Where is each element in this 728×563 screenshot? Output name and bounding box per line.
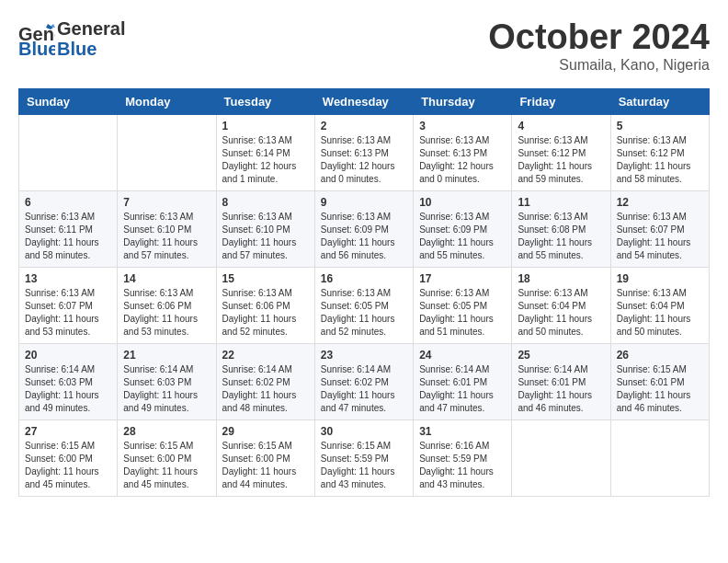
day-number: 18 (518, 272, 604, 285)
calendar-cell: 10Sunrise: 6:13 AM Sunset: 6:09 PM Dayli… (414, 190, 512, 267)
calendar-cell: 1Sunrise: 6:13 AM Sunset: 6:14 PM Daylig… (216, 114, 314, 190)
day-info: Sunrise: 6:13 AM Sunset: 6:12 PM Dayligh… (518, 134, 604, 186)
calendar-cell: 28Sunrise: 6:15 AM Sunset: 6:00 PM Dayli… (118, 419, 216, 496)
day-number: 14 (123, 272, 210, 285)
day-number: 25 (518, 349, 604, 362)
calendar-cell: 19Sunrise: 6:13 AM Sunset: 6:04 PM Dayli… (610, 267, 709, 343)
calendar-cell: 5Sunrise: 6:13 AM Sunset: 6:12 PM Daylig… (610, 114, 709, 190)
calendar-cell: 27Sunrise: 6:15 AM Sunset: 6:00 PM Dayli… (19, 419, 118, 496)
logo-blue: Blue (57, 39, 125, 59)
weekday-header-thursday: Thursday (414, 88, 512, 114)
calendar-cell (19, 114, 118, 190)
day-info: Sunrise: 6:13 AM Sunset: 6:10 PM Dayligh… (123, 211, 210, 262)
day-number: 6 (25, 196, 111, 209)
page-header: General Blue General Blue October 2024 S… (18, 18, 710, 74)
logo-text-block: General Blue (57, 18, 125, 59)
calendar-cell: 3Sunrise: 6:13 AM Sunset: 6:13 PM Daylig… (414, 114, 512, 190)
calendar-cell: 9Sunrise: 6:13 AM Sunset: 6:09 PM Daylig… (314, 190, 413, 267)
day-number: 4 (518, 120, 604, 132)
week-row-2: 6Sunrise: 6:13 AM Sunset: 6:11 PM Daylig… (19, 190, 710, 267)
day-info: Sunrise: 6:15 AM Sunset: 5:59 PM Dayligh… (321, 440, 407, 491)
calendar-cell: 17Sunrise: 6:13 AM Sunset: 6:05 PM Dayli… (414, 267, 512, 343)
weekday-header-friday: Friday (512, 88, 610, 114)
day-number: 8 (222, 196, 309, 209)
calendar-cell: 23Sunrise: 6:14 AM Sunset: 6:02 PM Dayli… (314, 343, 413, 419)
calendar-cell: 18Sunrise: 6:13 AM Sunset: 6:04 PM Dayli… (512, 267, 610, 343)
day-info: Sunrise: 6:13 AM Sunset: 6:11 PM Dayligh… (25, 211, 111, 262)
day-info: Sunrise: 6:13 AM Sunset: 6:08 PM Dayligh… (518, 211, 604, 262)
day-info: Sunrise: 6:15 AM Sunset: 6:00 PM Dayligh… (25, 440, 111, 491)
svg-text:Blue: Blue (18, 39, 55, 57)
day-info: Sunrise: 6:14 AM Sunset: 6:02 PM Dayligh… (222, 363, 309, 415)
day-number: 17 (419, 272, 506, 285)
day-info: Sunrise: 6:13 AM Sunset: 6:07 PM Dayligh… (25, 287, 111, 339)
day-number: 22 (222, 349, 309, 362)
calendar-cell (610, 419, 709, 496)
day-info: Sunrise: 6:13 AM Sunset: 6:13 PM Dayligh… (419, 134, 506, 186)
day-number: 7 (123, 196, 210, 209)
day-info: Sunrise: 6:13 AM Sunset: 6:04 PM Dayligh… (617, 287, 703, 339)
calendar-cell: 15Sunrise: 6:13 AM Sunset: 6:06 PM Dayli… (216, 267, 314, 343)
calendar-cell: 31Sunrise: 6:16 AM Sunset: 5:59 PM Dayli… (414, 419, 512, 496)
calendar-cell: 11Sunrise: 6:13 AM Sunset: 6:08 PM Dayli… (512, 190, 610, 267)
week-row-3: 13Sunrise: 6:13 AM Sunset: 6:07 PM Dayli… (19, 267, 710, 343)
day-info: Sunrise: 6:14 AM Sunset: 6:01 PM Dayligh… (518, 363, 604, 415)
day-info: Sunrise: 6:13 AM Sunset: 6:09 PM Dayligh… (419, 211, 506, 262)
day-number: 23 (321, 349, 407, 362)
day-info: Sunrise: 6:13 AM Sunset: 6:13 PM Dayligh… (321, 134, 407, 186)
day-number: 21 (123, 349, 210, 362)
day-info: Sunrise: 6:13 AM Sunset: 6:07 PM Dayligh… (617, 211, 703, 262)
day-info: Sunrise: 6:14 AM Sunset: 6:03 PM Dayligh… (123, 363, 210, 415)
day-info: Sunrise: 6:15 AM Sunset: 6:00 PM Dayligh… (222, 440, 309, 491)
day-number: 28 (123, 425, 210, 438)
calendar-cell (118, 114, 216, 190)
calendar-cell: 26Sunrise: 6:15 AM Sunset: 6:01 PM Dayli… (610, 343, 709, 419)
day-info: Sunrise: 6:14 AM Sunset: 6:03 PM Dayligh… (25, 363, 111, 415)
calendar-cell: 4Sunrise: 6:13 AM Sunset: 6:12 PM Daylig… (512, 114, 610, 190)
day-info: Sunrise: 6:13 AM Sunset: 6:10 PM Dayligh… (222, 211, 309, 262)
day-number: 26 (617, 349, 703, 362)
calendar-cell: 14Sunrise: 6:13 AM Sunset: 6:06 PM Dayli… (118, 267, 216, 343)
day-number: 3 (419, 120, 506, 132)
calendar-cell: 7Sunrise: 6:13 AM Sunset: 6:10 PM Daylig… (118, 190, 216, 267)
month-title: October 2024 (488, 18, 710, 57)
weekday-header-saturday: Saturday (610, 88, 709, 114)
day-number: 5 (617, 120, 703, 132)
calendar-cell: 30Sunrise: 6:15 AM Sunset: 5:59 PM Dayli… (314, 419, 413, 496)
weekday-header-wednesday: Wednesday (314, 88, 413, 114)
day-info: Sunrise: 6:13 AM Sunset: 6:05 PM Dayligh… (419, 287, 506, 339)
day-number: 10 (419, 196, 506, 209)
calendar-cell: 20Sunrise: 6:14 AM Sunset: 6:03 PM Dayli… (19, 343, 118, 419)
location: Sumaila, Kano, Nigeria (488, 57, 710, 74)
day-number: 1 (222, 120, 309, 132)
calendar-cell: 16Sunrise: 6:13 AM Sunset: 6:05 PM Dayli… (314, 267, 413, 343)
calendar-cell: 22Sunrise: 6:14 AM Sunset: 6:02 PM Dayli… (216, 343, 314, 419)
week-row-1: 1Sunrise: 6:13 AM Sunset: 6:14 PM Daylig… (19, 114, 710, 190)
calendar-cell: 2Sunrise: 6:13 AM Sunset: 6:13 PM Daylig… (314, 114, 413, 190)
calendar-cell: 25Sunrise: 6:14 AM Sunset: 6:01 PM Dayli… (512, 343, 610, 419)
day-number: 24 (419, 349, 506, 362)
day-number: 11 (518, 196, 604, 209)
day-number: 16 (321, 272, 407, 285)
day-info: Sunrise: 6:13 AM Sunset: 6:06 PM Dayligh… (123, 287, 210, 339)
day-number: 15 (222, 272, 309, 285)
day-info: Sunrise: 6:14 AM Sunset: 6:02 PM Dayligh… (321, 363, 407, 415)
day-info: Sunrise: 6:13 AM Sunset: 6:12 PM Dayligh… (617, 134, 703, 186)
day-number: 29 (222, 425, 309, 438)
day-info: Sunrise: 6:13 AM Sunset: 6:04 PM Dayligh… (518, 287, 604, 339)
day-number: 27 (25, 425, 111, 438)
day-number: 31 (419, 425, 506, 438)
title-block: October 2024 Sumaila, Kano, Nigeria (488, 18, 710, 74)
logo-general: General (57, 18, 125, 39)
day-number: 19 (617, 272, 703, 285)
weekday-header-tuesday: Tuesday (216, 88, 314, 114)
logo-icon: General Blue (18, 20, 55, 57)
day-info: Sunrise: 6:13 AM Sunset: 6:09 PM Dayligh… (321, 211, 407, 262)
week-row-5: 27Sunrise: 6:15 AM Sunset: 6:00 PM Dayli… (19, 419, 710, 496)
calendar-cell: 6Sunrise: 6:13 AM Sunset: 6:11 PM Daylig… (19, 190, 118, 267)
day-number: 13 (25, 272, 111, 285)
weekday-header-row: SundayMondayTuesdayWednesdayThursdayFrid… (19, 88, 710, 114)
day-number: 30 (321, 425, 407, 438)
day-info: Sunrise: 6:14 AM Sunset: 6:01 PM Dayligh… (419, 363, 506, 415)
calendar-cell: 21Sunrise: 6:14 AM Sunset: 6:03 PM Dayli… (118, 343, 216, 419)
